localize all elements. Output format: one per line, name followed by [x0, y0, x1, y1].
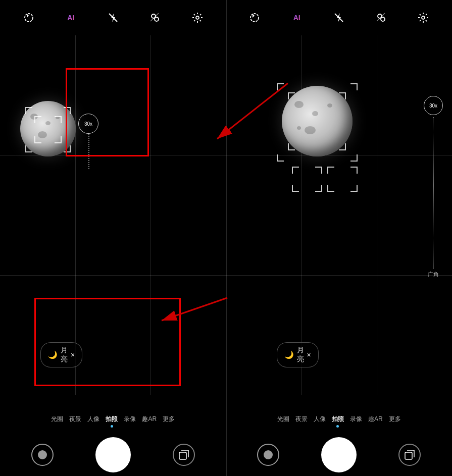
right-extra2-br	[350, 185, 358, 192]
right-moon-icon-badge: 🌙	[284, 350, 294, 359]
effects-icon[interactable]	[146, 9, 164, 27]
right-switch-cam-inner	[264, 450, 273, 459]
right-moon-mode-close[interactable]: ×	[307, 351, 311, 359]
mode-yejing-left[interactable]: 夜景	[69, 415, 81, 428]
right-grid-v2	[377, 35, 377, 395]
grid-v1	[75, 35, 76, 395]
inner-bracket-tr	[55, 116, 62, 123]
right-outer-br	[350, 154, 358, 162]
mode-guangquan-right[interactable]: 光圈	[277, 415, 289, 428]
bracket-br	[64, 145, 71, 152]
right-gallery-btn[interactable]	[398, 444, 421, 466]
mode-yejing-right[interactable]: 夜景	[295, 415, 308, 428]
right-outer-tr	[350, 83, 358, 90]
mode-more-right[interactable]: 更多	[389, 415, 401, 428]
bracket-bl	[25, 145, 32, 152]
svg-line-17	[162, 298, 227, 321]
right-rotate-cam-icon[interactable]	[245, 9, 264, 27]
grid-h2	[0, 275, 226, 276]
mode-more-left[interactable]: 更多	[163, 415, 175, 428]
right-moon-mode-label: 月亮	[297, 346, 304, 364]
svg-line-15	[217, 83, 288, 139]
mode-luxiang-right[interactable]: 录像	[350, 415, 362, 428]
svg-rect-13	[405, 452, 412, 459]
right-extra-focus-l	[292, 167, 322, 192]
screen-divider	[226, 0, 227, 476]
svg-point-3	[155, 17, 159, 21]
mode-renxiang-left[interactable]: 人像	[87, 415, 99, 428]
right-inner-br	[339, 143, 346, 150]
svg-point-12	[422, 16, 425, 19]
right-grid-h2	[226, 275, 453, 276]
left-shutter-btn[interactable]	[95, 437, 131, 472]
right-extra-tr	[315, 167, 322, 174]
left-switch-cam-btn[interactable]	[31, 444, 54, 466]
left-mode-strip: 光圈 夜景 人像 拍照 录像 趣AR 更多	[0, 411, 226, 432]
right-extra-focus-r	[327, 167, 358, 192]
svg-point-0	[25, 14, 33, 22]
flash-off-icon[interactable]	[104, 9, 122, 27]
left-gallery-btn[interactable]	[173, 444, 195, 466]
right-inner-tr	[339, 92, 346, 99]
red-arrow-1	[187, 78, 298, 159]
zoom-ruler-line	[433, 117, 434, 269]
mode-paizhao-right[interactable]: 拍照	[332, 415, 344, 428]
mode-indicator-right	[336, 425, 339, 428]
right-ai-label: AI	[293, 14, 300, 22]
right-toolbar: AI	[226, 0, 453, 35]
rotate-cam-icon[interactable]	[20, 9, 38, 27]
right-mode-strip: 光圈 夜景 人像 拍照 录像 趣AR 更多	[226, 411, 453, 432]
left-moon-icon-badge: 🌙	[48, 350, 58, 359]
left-zoom-label: 30x	[84, 121, 92, 127]
bracket-tr	[64, 107, 71, 114]
ai-label: AI	[67, 14, 74, 22]
grid-v2	[150, 35, 151, 395]
right-extra-tl	[292, 167, 299, 174]
mode-luxiang-left[interactable]: 录像	[124, 415, 136, 428]
mode-ar-right[interactable]: 趣AR	[368, 415, 383, 428]
right-extra2-tr	[350, 167, 358, 174]
left-zoom-badge: 30x	[78, 114, 98, 134]
right-shutter-btn[interactable]	[321, 437, 357, 472]
mode-indicator-left	[111, 425, 113, 428]
ai-icon[interactable]: AI	[62, 9, 80, 27]
right-extra2-bl	[327, 185, 334, 192]
right-zoom-ruler-badge: 30x	[424, 96, 443, 115]
left-moon-mode-close[interactable]: ×	[71, 351, 75, 359]
svg-point-5	[196, 16, 199, 19]
right-extra2-tl	[327, 167, 334, 174]
mode-renxiang-right[interactable]: 人像	[314, 415, 326, 428]
mode-paizhao-left[interactable]: 拍照	[106, 415, 118, 428]
right-zoom-ruler-label: 30x	[429, 103, 437, 109]
left-toolbar: AI	[0, 0, 226, 35]
right-effects-icon[interactable]	[372, 9, 390, 27]
right-screen: AI	[226, 0, 453, 476]
right-extra-br	[315, 185, 322, 192]
mode-ar-left[interactable]: 趣AR	[142, 415, 157, 428]
left-moon-mode-label: 月亮	[61, 346, 68, 364]
left-switch-cam-inner	[38, 450, 47, 459]
svg-rect-6	[179, 452, 186, 459]
left-dotted-line	[88, 134, 89, 169]
right-flash-off-icon[interactable]	[330, 9, 348, 27]
left-moon-mode-badge[interactable]: 🌙 月亮 ×	[40, 342, 82, 367]
right-zoom-ruler: 30x 广角	[424, 96, 443, 278]
inner-bracket-tl	[34, 116, 41, 123]
inner-bracket-bl	[34, 136, 41, 143]
zoom-ruler-angle-label: 广角	[428, 271, 439, 278]
right-moon-mode-badge[interactable]: 🌙 月亮 ×	[277, 342, 319, 367]
right-settings-icon[interactable]	[414, 9, 432, 27]
svg-point-10	[381, 17, 385, 21]
svg-point-7	[250, 14, 259, 22]
bracket-tl	[25, 107, 32, 114]
right-switch-cam-btn[interactable]	[257, 444, 279, 466]
right-ai-icon[interactable]: AI	[288, 9, 306, 27]
inner-bracket-br	[55, 136, 62, 143]
settings-icon[interactable]	[188, 9, 207, 27]
left-focus-brackets	[25, 107, 71, 152]
left-bottom-controls	[0, 433, 226, 476]
red-arrow-2	[146, 288, 237, 338]
left-screen: AI	[0, 0, 226, 476]
right-extra-bl	[292, 185, 299, 192]
mode-guangquan-left[interactable]: 光圈	[51, 415, 63, 428]
